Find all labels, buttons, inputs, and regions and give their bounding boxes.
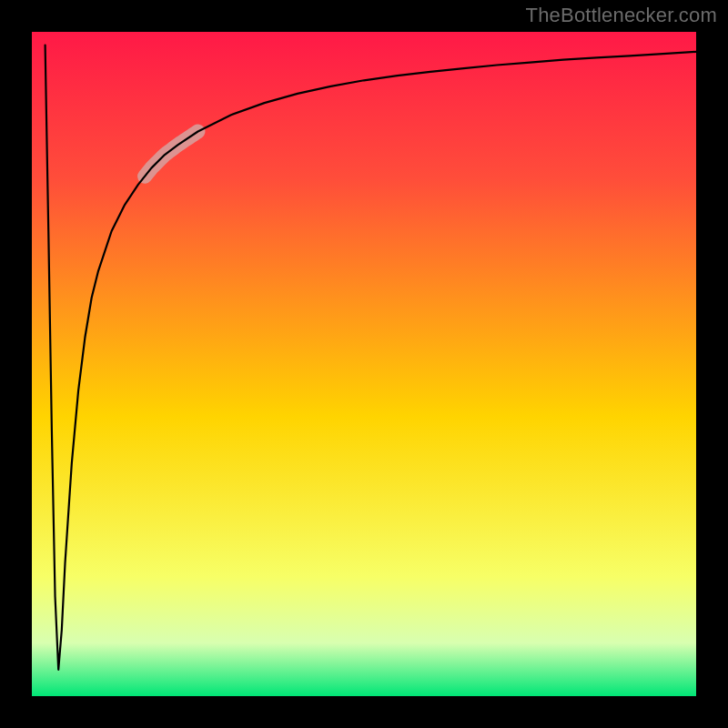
bottleneck-chart <box>32 32 696 696</box>
gradient-background <box>32 32 696 696</box>
plot-area <box>32 32 696 696</box>
chart-frame: TheBottlenecker.com <box>0 0 728 728</box>
attribution-text: TheBottlenecker.com <box>526 4 717 27</box>
